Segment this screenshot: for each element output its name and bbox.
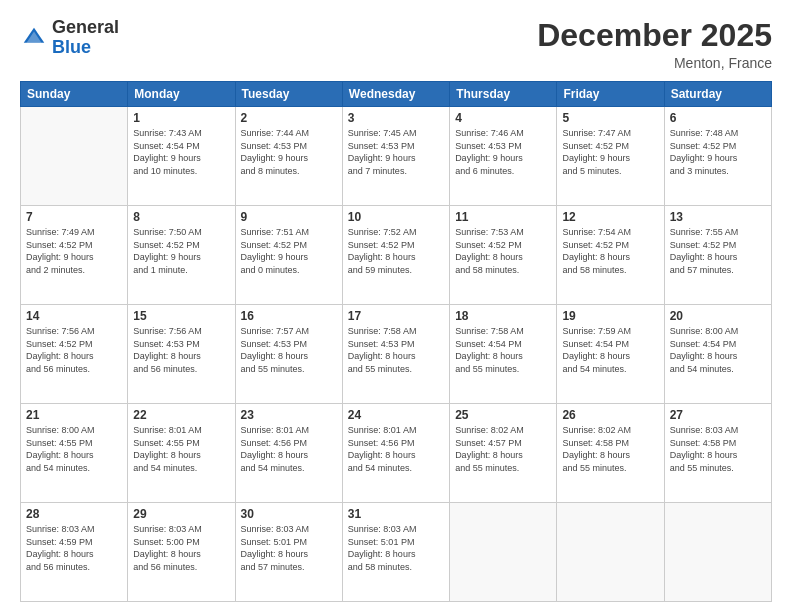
day-info: Sunrise: 7:57 AM Sunset: 4:53 PM Dayligh… <box>241 325 337 375</box>
day-number: 13 <box>670 210 766 224</box>
day-info: Sunrise: 7:53 AM Sunset: 4:52 PM Dayligh… <box>455 226 551 276</box>
calendar-cell: 9Sunrise: 7:51 AM Sunset: 4:52 PM Daylig… <box>235 206 342 305</box>
calendar-cell: 15Sunrise: 7:56 AM Sunset: 4:53 PM Dayli… <box>128 305 235 404</box>
day-info: Sunrise: 8:01 AM Sunset: 4:56 PM Dayligh… <box>241 424 337 474</box>
day-number: 9 <box>241 210 337 224</box>
calendar-cell: 7Sunrise: 7:49 AM Sunset: 4:52 PM Daylig… <box>21 206 128 305</box>
day-number: 10 <box>348 210 444 224</box>
title-section: December 2025 Menton, France <box>537 18 772 71</box>
day-info: Sunrise: 7:59 AM Sunset: 4:54 PM Dayligh… <box>562 325 658 375</box>
col-friday: Friday <box>557 82 664 107</box>
calendar-cell: 10Sunrise: 7:52 AM Sunset: 4:52 PM Dayli… <box>342 206 449 305</box>
day-number: 22 <box>133 408 229 422</box>
calendar: Sunday Monday Tuesday Wednesday Thursday… <box>20 81 772 602</box>
day-info: Sunrise: 7:56 AM Sunset: 4:53 PM Dayligh… <box>133 325 229 375</box>
day-info: Sunrise: 7:44 AM Sunset: 4:53 PM Dayligh… <box>241 127 337 177</box>
page: General Blue December 2025 Menton, Franc… <box>0 0 792 612</box>
calendar-cell: 24Sunrise: 8:01 AM Sunset: 4:56 PM Dayli… <box>342 404 449 503</box>
week-row-5: 28Sunrise: 8:03 AM Sunset: 4:59 PM Dayli… <box>21 503 772 602</box>
day-info: Sunrise: 8:00 AM Sunset: 4:55 PM Dayligh… <box>26 424 122 474</box>
day-number: 16 <box>241 309 337 323</box>
calendar-cell: 5Sunrise: 7:47 AM Sunset: 4:52 PM Daylig… <box>557 107 664 206</box>
logo: General Blue <box>20 18 119 58</box>
day-info: Sunrise: 7:54 AM Sunset: 4:52 PM Dayligh… <box>562 226 658 276</box>
calendar-cell: 6Sunrise: 7:48 AM Sunset: 4:52 PM Daylig… <box>664 107 771 206</box>
day-number: 23 <box>241 408 337 422</box>
day-info: Sunrise: 8:00 AM Sunset: 4:54 PM Dayligh… <box>670 325 766 375</box>
day-info: Sunrise: 8:02 AM Sunset: 4:58 PM Dayligh… <box>562 424 658 474</box>
logo-icon <box>20 24 48 52</box>
day-number: 28 <box>26 507 122 521</box>
day-info: Sunrise: 7:56 AM Sunset: 4:52 PM Dayligh… <box>26 325 122 375</box>
week-row-3: 14Sunrise: 7:56 AM Sunset: 4:52 PM Dayli… <box>21 305 772 404</box>
calendar-cell: 20Sunrise: 8:00 AM Sunset: 4:54 PM Dayli… <box>664 305 771 404</box>
day-info: Sunrise: 7:46 AM Sunset: 4:53 PM Dayligh… <box>455 127 551 177</box>
logo-blue-text: Blue <box>52 37 91 57</box>
day-number: 21 <box>26 408 122 422</box>
calendar-cell: 27Sunrise: 8:03 AM Sunset: 4:58 PM Dayli… <box>664 404 771 503</box>
col-monday: Monday <box>128 82 235 107</box>
day-number: 3 <box>348 111 444 125</box>
day-number: 20 <box>670 309 766 323</box>
day-info: Sunrise: 7:58 AM Sunset: 4:53 PM Dayligh… <box>348 325 444 375</box>
day-info: Sunrise: 7:55 AM Sunset: 4:52 PM Dayligh… <box>670 226 766 276</box>
day-info: Sunrise: 7:52 AM Sunset: 4:52 PM Dayligh… <box>348 226 444 276</box>
day-info: Sunrise: 7:45 AM Sunset: 4:53 PM Dayligh… <box>348 127 444 177</box>
calendar-cell: 17Sunrise: 7:58 AM Sunset: 4:53 PM Dayli… <box>342 305 449 404</box>
day-number: 2 <box>241 111 337 125</box>
day-number: 8 <box>133 210 229 224</box>
day-info: Sunrise: 7:47 AM Sunset: 4:52 PM Dayligh… <box>562 127 658 177</box>
day-info: Sunrise: 8:03 AM Sunset: 4:59 PM Dayligh… <box>26 523 122 573</box>
day-number: 26 <box>562 408 658 422</box>
day-number: 15 <box>133 309 229 323</box>
day-number: 18 <box>455 309 551 323</box>
day-number: 11 <box>455 210 551 224</box>
day-number: 1 <box>133 111 229 125</box>
day-info: Sunrise: 7:49 AM Sunset: 4:52 PM Dayligh… <box>26 226 122 276</box>
calendar-cell: 12Sunrise: 7:54 AM Sunset: 4:52 PM Dayli… <box>557 206 664 305</box>
calendar-cell: 28Sunrise: 8:03 AM Sunset: 4:59 PM Dayli… <box>21 503 128 602</box>
header-row: Sunday Monday Tuesday Wednesday Thursday… <box>21 82 772 107</box>
col-tuesday: Tuesday <box>235 82 342 107</box>
header: General Blue December 2025 Menton, Franc… <box>20 18 772 71</box>
logo-text: General Blue <box>52 18 119 58</box>
day-info: Sunrise: 7:43 AM Sunset: 4:54 PM Dayligh… <box>133 127 229 177</box>
calendar-cell: 23Sunrise: 8:01 AM Sunset: 4:56 PM Dayli… <box>235 404 342 503</box>
calendar-cell <box>557 503 664 602</box>
day-number: 14 <box>26 309 122 323</box>
day-info: Sunrise: 7:51 AM Sunset: 4:52 PM Dayligh… <box>241 226 337 276</box>
day-number: 27 <box>670 408 766 422</box>
calendar-cell: 4Sunrise: 7:46 AM Sunset: 4:53 PM Daylig… <box>450 107 557 206</box>
day-info: Sunrise: 8:03 AM Sunset: 5:00 PM Dayligh… <box>133 523 229 573</box>
calendar-cell: 16Sunrise: 7:57 AM Sunset: 4:53 PM Dayli… <box>235 305 342 404</box>
logo-general: General <box>52 17 119 37</box>
day-info: Sunrise: 7:58 AM Sunset: 4:54 PM Dayligh… <box>455 325 551 375</box>
day-number: 12 <box>562 210 658 224</box>
calendar-cell: 1Sunrise: 7:43 AM Sunset: 4:54 PM Daylig… <box>128 107 235 206</box>
calendar-cell: 29Sunrise: 8:03 AM Sunset: 5:00 PM Dayli… <box>128 503 235 602</box>
day-number: 31 <box>348 507 444 521</box>
week-row-4: 21Sunrise: 8:00 AM Sunset: 4:55 PM Dayli… <box>21 404 772 503</box>
day-number: 7 <box>26 210 122 224</box>
day-info: Sunrise: 8:03 AM Sunset: 5:01 PM Dayligh… <box>348 523 444 573</box>
calendar-cell <box>450 503 557 602</box>
day-number: 5 <box>562 111 658 125</box>
day-number: 24 <box>348 408 444 422</box>
day-number: 6 <box>670 111 766 125</box>
day-number: 4 <box>455 111 551 125</box>
day-number: 30 <box>241 507 337 521</box>
col-sunday: Sunday <box>21 82 128 107</box>
day-info: Sunrise: 8:01 AM Sunset: 4:56 PM Dayligh… <box>348 424 444 474</box>
day-number: 17 <box>348 309 444 323</box>
calendar-cell <box>664 503 771 602</box>
calendar-cell: 8Sunrise: 7:50 AM Sunset: 4:52 PM Daylig… <box>128 206 235 305</box>
day-info: Sunrise: 8:03 AM Sunset: 5:01 PM Dayligh… <box>241 523 337 573</box>
day-info: Sunrise: 8:01 AM Sunset: 4:55 PM Dayligh… <box>133 424 229 474</box>
calendar-cell: 22Sunrise: 8:01 AM Sunset: 4:55 PM Dayli… <box>128 404 235 503</box>
day-info: Sunrise: 8:02 AM Sunset: 4:57 PM Dayligh… <box>455 424 551 474</box>
calendar-cell: 21Sunrise: 8:00 AM Sunset: 4:55 PM Dayli… <box>21 404 128 503</box>
week-row-1: 1Sunrise: 7:43 AM Sunset: 4:54 PM Daylig… <box>21 107 772 206</box>
calendar-cell: 3Sunrise: 7:45 AM Sunset: 4:53 PM Daylig… <box>342 107 449 206</box>
calendar-cell: 14Sunrise: 7:56 AM Sunset: 4:52 PM Dayli… <box>21 305 128 404</box>
day-info: Sunrise: 7:48 AM Sunset: 4:52 PM Dayligh… <box>670 127 766 177</box>
